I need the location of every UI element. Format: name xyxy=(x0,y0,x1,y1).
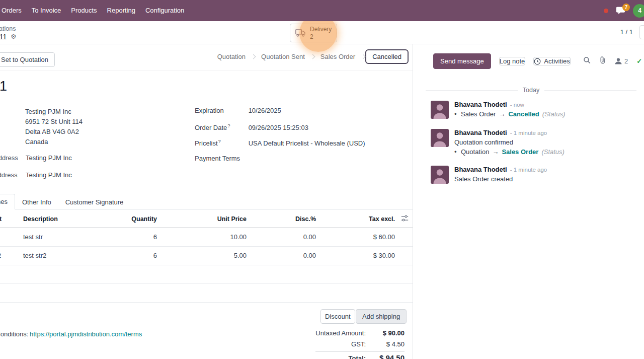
customer-name: Testing PJM Inc xyxy=(25,107,83,117)
pager-prev-button[interactable] xyxy=(639,25,644,39)
breadcrumb-parent[interactable]: Quotations xyxy=(0,25,16,32)
order-line-row[interactable]: test str2 test str2 6 5.00 0.00 $ 30.00 xyxy=(0,246,413,265)
chatter-panel: Send message Log note Activities 2 ✓ Fol… xyxy=(413,44,644,359)
cell-description[interactable]: test str xyxy=(19,228,96,246)
tab-customer-signature[interactable]: Customer Signature xyxy=(58,195,131,209)
tracking-old-value: Quotation xyxy=(461,148,489,156)
delivery-smart-button[interactable]: Delivery 2 xyxy=(290,24,337,42)
attachments-icon[interactable] xyxy=(599,56,606,65)
chevron-right-icon xyxy=(251,54,256,59)
total-value: $ 94.50 xyxy=(366,353,405,359)
message-author[interactable]: Bhavana Thodeti xyxy=(454,166,507,173)
activities-label: Activities xyxy=(544,57,570,65)
systray: 7 4 xyxy=(604,4,644,18)
pricelist-value[interactable]: USA Default Pricelist - Wholesale (USD) xyxy=(249,139,365,147)
arrow-right-icon: → xyxy=(492,148,499,156)
cell-description[interactable]: test str2 xyxy=(19,246,96,265)
order-date-value[interactable]: 09/26/2025 15:25:03 xyxy=(249,124,308,131)
cell-tax-excl: $ 60.00 xyxy=(318,228,397,246)
search-messages-icon[interactable] xyxy=(583,56,591,65)
delivery-address-value[interactable]: Testing PJM Inc xyxy=(26,171,72,179)
status-step-sales-order[interactable]: Sales Order xyxy=(315,50,361,63)
customer-address-block[interactable]: Testing PJM Inc 6951 72 St Unit 114 Delt… xyxy=(25,107,83,147)
invoice-address-value[interactable]: Testing PJM Inc xyxy=(26,154,72,162)
cell-quantity[interactable]: 6 xyxy=(96,246,161,265)
order-date-label: Order Date xyxy=(195,124,227,131)
empty-line-row[interactable] xyxy=(0,283,413,302)
user-avatar[interactable]: 4 xyxy=(633,4,644,18)
col-quantity[interactable]: Quantity xyxy=(96,211,161,228)
avatar[interactable] xyxy=(431,129,449,147)
message-body: Sales Order created xyxy=(454,175,547,183)
cell-unit-price[interactable]: 5.00 xyxy=(161,246,249,265)
col-unit-price[interactable]: Unit Price xyxy=(161,211,249,228)
terms-conditions-link[interactable]: https://portal.pjmdistribution.com/terms xyxy=(30,330,142,338)
cell-quantity[interactable]: 6 xyxy=(96,228,161,246)
avatar[interactable] xyxy=(431,166,449,184)
tab-other-info[interactable]: Other Info xyxy=(15,195,58,209)
tab-order-lines[interactable]: Order Lines xyxy=(0,194,15,209)
clock-icon xyxy=(534,58,541,65)
nav-menus: Orders To Invoice Products Reporting Con… xyxy=(0,0,189,21)
tracking-old-value: Sales Order xyxy=(461,110,496,118)
cell-product[interactable]: test str xyxy=(0,228,19,246)
tracking-new-value[interactable]: Sales Order xyxy=(502,148,538,156)
check-icon: ✓ xyxy=(636,57,642,65)
menu-orders[interactable]: Orders xyxy=(2,0,27,21)
arrow-right-icon: → xyxy=(499,110,505,118)
discount-button[interactable]: Discount xyxy=(320,309,355,324)
following-button[interactable]: ✓ Following xyxy=(636,57,644,65)
table-header-row: Product Description Quantity Unit Price … xyxy=(0,211,413,228)
message-author[interactable]: Bhavana Thodeti xyxy=(454,101,507,108)
menu-to-invoice[interactable]: To Invoice xyxy=(27,0,66,21)
followers-button[interactable]: 2 xyxy=(614,57,628,65)
cell-disc[interactable]: 0.00 xyxy=(249,246,318,265)
empty-line-row[interactable] xyxy=(0,265,413,283)
chatter-message: Bhavana Thodeti - 1 minute ago Quotation… xyxy=(431,129,641,156)
set-to-quotation-button[interactable]: Set to Quotation xyxy=(0,52,55,67)
status-step-quotation[interactable]: Quotation xyxy=(212,50,251,63)
optional-columns-button[interactable] xyxy=(397,211,413,228)
avatar[interactable] xyxy=(431,101,449,119)
send-message-button[interactable]: Send message xyxy=(433,53,491,69)
order-line-row[interactable]: test str test str 6 10.00 0.00 $ 60.00 xyxy=(0,228,413,246)
chatter-message: Bhavana Thodeti - now Sales Order → Canc… xyxy=(431,101,641,119)
message-author[interactable]: Bhavana Thodeti xyxy=(454,129,507,136)
menu-reporting[interactable]: Reporting xyxy=(102,0,140,21)
customer-street: 6951 72 St Unit 114 xyxy=(25,117,83,127)
col-description[interactable]: Description xyxy=(19,211,96,228)
untaxed-amount-row: Untaxed Amount: $ 90.00 xyxy=(315,329,405,337)
tracking-new-value[interactable]: Cancelled xyxy=(508,110,539,118)
cell-product[interactable]: test str2 xyxy=(0,246,19,265)
message-body: Quotation confirmed xyxy=(454,138,565,146)
activities-button[interactable]: Activities xyxy=(533,57,570,65)
notification-dot-icon[interactable] xyxy=(604,9,608,13)
tracking-change: Quotation → Sales Order (Status) xyxy=(454,148,565,156)
chatter-buttons: Send message Log note Activities xyxy=(433,53,571,69)
customer-country: Canada xyxy=(25,137,83,147)
total-label: Total: xyxy=(349,354,366,359)
field-order-date: Order Date? 09/26/2025 15:25:03 xyxy=(195,123,308,131)
page-title: S00011 xyxy=(0,79,7,94)
top-navbar: Orders To Invoice Products Reporting Con… xyxy=(0,0,644,21)
menu-products[interactable]: Products xyxy=(66,0,102,21)
gear-icon[interactable]: ⚙ xyxy=(11,33,17,40)
cell-disc[interactable]: 0.00 xyxy=(249,228,318,246)
status-step-quotation-sent[interactable]: Quotation Sent xyxy=(256,50,310,63)
cell-tax-excl: $ 30.00 xyxy=(318,246,397,265)
cell-unit-price[interactable]: 10.00 xyxy=(161,228,249,246)
messages-icon[interactable]: 7 xyxy=(616,7,625,15)
expiration-value[interactable]: 10/26/2025 xyxy=(249,107,281,114)
tracking-field-name: (Status) xyxy=(542,110,566,118)
col-product[interactable]: Product xyxy=(0,211,19,228)
total-row: Total: $ 94.50 xyxy=(349,353,405,359)
menu-configuration[interactable]: Configuration xyxy=(140,0,189,21)
chatter-icons: 2 ✓ Following xyxy=(583,56,644,65)
today-label: Today xyxy=(523,87,539,94)
add-shipping-button[interactable]: Add shipping xyxy=(356,309,407,324)
col-disc[interactable]: Disc.% xyxy=(249,211,318,228)
help-icon: ? xyxy=(227,123,230,128)
log-note-button[interactable]: Log note xyxy=(499,57,526,65)
terms-conditions-label: Terms & Conditions: xyxy=(0,330,28,338)
col-tax-excl[interactable]: Tax excl. xyxy=(318,211,397,228)
